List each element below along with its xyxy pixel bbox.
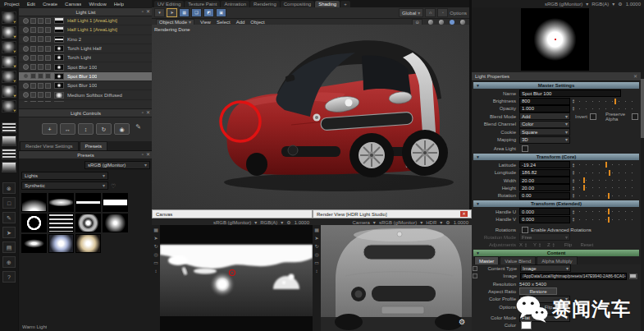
light-visible-toggle[interactable] [45,46,51,52]
rotation-mode-dropdown[interactable]: Free▾ [519,233,570,241]
light-visible-toggle[interactable] [45,83,51,89]
light-preview-image[interactable] [521,8,589,71]
tab-presets[interactable]: Presets [80,141,107,150]
menu-item[interactable]: Canvas [65,2,81,7]
light-visible-toggle[interactable] [45,73,51,79]
gradient-preset-thumb[interactable] [2,122,16,133]
light-visible-toggle[interactable] [45,27,51,33]
transform-value-field[interactable]: -19.24 [519,161,570,168]
light-control-button[interactable] [78,123,94,135]
transform-slider[interactable] [579,185,637,191]
options-button[interactable]: Options [450,11,467,16]
canvas-tool-icon[interactable] [155,269,158,274]
light-drag-tool[interactable] [2,26,16,39]
preset-thumbnail[interactable] [48,214,74,232]
presets-category-dropdown[interactable]: Lights▾ [21,172,108,180]
tab-render-view-settings[interactable]: Render View Settings [20,141,79,150]
light-visible-toggle[interactable] [45,101,51,102]
transform-slider[interactable] [579,177,637,183]
render-view-image[interactable]: ⚙ [321,225,472,331]
presets-colorspace-dropdown[interactable]: sRGB (glMonitor)▾ [84,161,150,169]
image-path-field[interactable]: /AppData/Local/lightmap/presets/147E9940… [520,273,627,280]
light-lock-toggle[interactable] [38,46,43,52]
render-tool-icon[interactable] [314,244,318,249]
light-drag-tool[interactable] [2,71,16,83]
light-visible-toggle[interactable] [45,64,51,70]
stepper-icon[interactable]: ▲▼ [571,170,576,175]
light-solo-toggle[interactable] [30,27,36,33]
light-drag-tool[interactable] [2,56,16,68]
close-icon[interactable]: ✕ [146,152,150,157]
render-tool-icon[interactable] [316,269,318,274]
gear-icon[interactable] [618,2,622,7]
canvas-tool-icon[interactable] [153,260,158,265]
light-lock-toggle[interactable] [38,83,43,89]
menu-item[interactable]: Window [89,2,106,7]
light-list-row[interactable]: Half Light 1 [AreaLight] [19,16,153,25]
light-solo-toggle[interactable] [30,55,36,61]
light-visible-toggle[interactable] [45,55,51,61]
workspace-tab[interactable]: Shading [315,1,340,7]
menu-item[interactable]: Edit [27,2,35,7]
preview-colorspace-dropdown[interactable]: sRGB (glMonitor) [545,2,582,7]
light-enabled-toggle[interactable] [23,83,29,89]
light-visible-toggle[interactable] [45,92,51,98]
float-panel-icon[interactable]: ▫ [142,152,144,157]
close-icon[interactable]: ✕ [460,211,468,217]
transform-value-field[interactable]: 0.000 [519,208,570,215]
mode-button[interactable]: ▦ [179,8,190,17]
light-solo-toggle[interactable] [30,92,36,98]
light-list-row[interactable]: Spot Blur 100 [19,81,153,90]
content-tab[interactable]: Alpha Multiply [537,256,577,264]
light-drag-tool[interactable] [2,11,16,24]
preset-thumbnail[interactable] [103,214,128,232]
light-enabled-toggle[interactable] [23,64,29,70]
menu-item[interactable]: Help [114,2,124,7]
menu-item[interactable]: Project [4,2,20,7]
expander-icon[interactable] [473,274,477,278]
float-panel-icon[interactable]: ▫ [142,110,144,115]
content-type-dropdown[interactable]: Image▾ [520,264,571,272]
workspace-tab[interactable]: UV Editing [154,1,184,7]
transform-value-field[interactable]: 0.000 [519,216,570,223]
render-view-header[interactable]: Render View [HDR Light Studio] ✕ [313,209,472,218]
light-enabled-toggle[interactable] [23,36,29,42]
stepper-icon[interactable]: ▲▼ [571,209,576,214]
light-enabled-toggle[interactable] [23,46,29,52]
workspace-tab[interactable]: Rendering [250,1,280,7]
light-lock-toggle[interactable] [38,64,43,70]
light-enabled-toggle[interactable] [23,73,29,79]
mapping-dropdown[interactable]: 3D▾ [519,136,570,144]
favorite-icon[interactable]: ♡ [111,183,116,189]
light-control-button[interactable] [42,123,57,135]
master-settings-header[interactable]: ▼Master Settings [473,82,639,89]
light-solo-toggle[interactable] [30,18,36,24]
render-settings-gear-icon[interactable]: ⚙ [459,319,465,326]
transform-slider[interactable] [579,162,637,168]
transform-value-field[interactable]: 20.00 [519,177,570,184]
light-list-row[interactable]: Kino 2 [19,35,153,44]
light-lock-toggle[interactable] [38,73,43,79]
content-tab[interactable]: Value Blend [500,256,536,264]
light-properties-title-bar[interactable]: Light Properties ✕ [472,72,641,81]
transform-slider[interactable] [579,193,637,199]
toolbar-icon[interactable] [2,182,16,194]
preset-thumbnail[interactable] [21,234,47,253]
stepper-icon[interactable]: ▲▼ [571,106,576,111]
light-drag-tool[interactable] [2,100,16,113]
render-tool-icon[interactable] [314,252,318,257]
light-control-button[interactable] [114,123,130,135]
content-tab[interactable]: Master [474,256,499,264]
light-visible-toggle[interactable] [45,18,51,24]
transform-slider[interactable] [579,170,637,176]
light-lock-toggle[interactable] [38,101,43,102]
transform-extended-header[interactable]: ▼Transform (Extended) [473,200,639,207]
close-icon[interactable]: ✕ [146,9,150,14]
preset-thumbnail[interactable] [48,193,74,212]
light-solo-toggle[interactable] [30,101,36,102]
preview-channel-dropdown[interactable]: RGB(A) [591,2,609,7]
light-lock-toggle[interactable] [38,36,43,42]
preset-thumbnail[interactable] [75,234,101,253]
proportional-edit-button[interactable]: ◦ [437,8,448,17]
adjust-reset-button[interactable]: Reset [580,242,593,247]
